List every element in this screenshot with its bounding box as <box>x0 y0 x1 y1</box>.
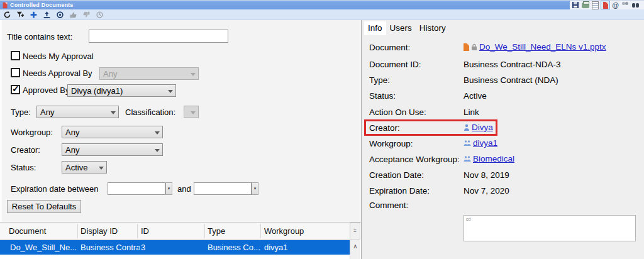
comment-textarea[interactable]: cd <box>464 215 636 241</box>
creator-label: Creator: <box>11 145 40 155</box>
import-icon[interactable] <box>42 10 52 19</box>
tab-users[interactable]: Users <box>386 21 416 35</box>
controlled-documents-icon[interactable] <box>601 1 609 9</box>
find-icon[interactable] <box>631 1 640 9</box>
red-document-icon <box>3 2 8 8</box>
needs-my-approval-checkbox[interactable] <box>11 51 20 60</box>
document-id-value: Business Contract-NDA-3 <box>464 60 561 69</box>
col-type[interactable]: Type <box>208 226 225 236</box>
workgroup-value: divya1 <box>464 138 497 148</box>
person-icon <box>464 124 470 131</box>
classification-select[interactable] <box>184 106 199 118</box>
date-to-dropdown-button[interactable]: ▾ <box>252 182 258 195</box>
title-bar: Controlled Documents <box>0 1 570 9</box>
col-workgroup[interactable]: Workgroup <box>264 226 304 236</box>
acceptance-workgroup-link[interactable]: Biomedical <box>473 154 514 163</box>
reset-to-defaults-button[interactable]: Reset To Defaults <box>7 200 81 213</box>
chevron-down-icon <box>99 167 104 170</box>
comment-label: Comment: <box>369 201 408 210</box>
type-label: Type: <box>11 107 31 117</box>
results-table: Document Display ID ID Type Workgroup ≡ … <box>0 222 361 259</box>
document-id-label: Document ID: <box>369 60 421 69</box>
date-from-dropdown-button[interactable]: ▾ <box>165 182 172 195</box>
workgroup-label: Workgroup: <box>11 128 53 137</box>
needs-approval-by-label: Needs Approval By <box>23 69 92 78</box>
classification-label: Classification: <box>125 107 175 117</box>
document-link[interactable]: Do_We_Still_Need_ELNs v1.pptx <box>479 42 606 52</box>
results-table-header: Document Display ID ID Type Workgroup <box>0 223 350 240</box>
creator-label: Creator: <box>369 123 400 133</box>
workgroup-label: Workgroup: <box>369 139 413 148</box>
creation-date-label: Creation Date: <box>369 170 424 180</box>
document-label: Document: <box>369 43 410 52</box>
needs-my-approval-label: Needs My Approval <box>23 52 94 61</box>
creator-link[interactable]: Divya <box>472 123 493 132</box>
chevron-down-icon <box>168 90 173 93</box>
chevron-down-icon <box>155 131 160 135</box>
controlled-documents-window: Controlled Documents @ <box>0 0 644 259</box>
creator-value: Divya <box>464 123 493 132</box>
chevron-down-icon <box>111 111 116 114</box>
table-row[interactable]: Do_We_Still_Ne... Business Contract... 3… <box>0 240 350 255</box>
add-icon[interactable] <box>29 10 38 19</box>
status-value: Active <box>464 91 487 101</box>
title-contains-input[interactable] <box>89 30 228 43</box>
status-label: Status: <box>11 163 36 172</box>
orange-document-icon <box>464 43 469 51</box>
creation-date-value: Nov 8, 2019 <box>464 170 509 180</box>
type-select[interactable]: Any <box>36 106 119 118</box>
clock-icon[interactable] <box>95 10 104 19</box>
toolbar <box>0 9 644 20</box>
approved-by-select[interactable]: Divya (divya1) <box>67 84 176 97</box>
and-label: and <box>177 184 191 194</box>
group-icon <box>464 140 471 147</box>
expiration-to-input[interactable] <box>194 182 252 195</box>
type-value: Business Contract (NDA) <box>464 75 558 85</box>
checkout-icon[interactable] <box>16 10 25 19</box>
expiration-from-input[interactable] <box>108 182 165 195</box>
type-label: Type: <box>369 75 390 85</box>
creator-select[interactable]: Any <box>62 143 163 156</box>
acceptance-workgroup-value: Biomedical <box>464 154 514 163</box>
status-select[interactable]: Active <box>62 161 107 174</box>
email-icon[interactable]: @ <box>611 1 619 9</box>
expiration-date-label: Expiration Date: <box>369 186 430 196</box>
needs-approval-by-select[interactable]: Any <box>99 67 199 80</box>
print-icon[interactable] <box>581 1 589 9</box>
expiration-between-label: Expiration date between <box>11 184 98 194</box>
list-icon[interactable] <box>591 1 599 9</box>
tab-history[interactable]: History <box>416 21 450 35</box>
acceptance-workgroup-label: Acceptance Workgroup: <box>369 155 460 164</box>
expiration-date-value: Nov 7, 2020 <box>464 186 509 196</box>
save-icon[interactable] <box>571 1 579 9</box>
chevron-down-icon <box>191 111 196 114</box>
document-value: Do_We_Still_Need_ELNs v1.pptx <box>464 42 606 52</box>
thumbs-down-icon[interactable] <box>82 10 91 19</box>
tab-info[interactable]: Info <box>364 21 386 35</box>
column-options-button[interactable]: ≡ <box>350 223 360 240</box>
col-id[interactable]: ID <box>141 226 149 236</box>
chevron-down-icon <box>155 149 160 152</box>
view-icon[interactable] <box>55 10 65 19</box>
details-tabs: Info Users History <box>362 21 450 35</box>
approved-by-checkbox[interactable] <box>11 85 20 94</box>
approved-by-label: Approved By <box>23 85 69 95</box>
workgroup-select[interactable]: Any <box>62 126 163 138</box>
details-panel: Info Users History Document: Do_We_Still… <box>361 20 644 259</box>
col-document[interactable]: Document <box>9 226 46 236</box>
col-display-id[interactable]: Display ID <box>80 226 118 236</box>
workgroup-link[interactable]: divya1 <box>473 138 497 148</box>
title-contains-label: Title contains text: <box>7 32 72 41</box>
group-icon <box>464 155 471 163</box>
users-icon[interactable] <box>621 1 630 9</box>
window-title: Controlled Documents <box>10 2 74 8</box>
refresh-icon[interactable] <box>3 10 12 19</box>
needs-approval-by-checkbox[interactable] <box>11 68 20 77</box>
thumbs-up-icon[interactable] <box>69 10 78 19</box>
chevron-down-icon <box>191 73 196 76</box>
table-scrollbar[interactable]: ∧ <box>350 240 360 259</box>
status-label: Status: <box>369 91 396 101</box>
scroll-up-icon[interactable]: ∧ <box>353 243 357 259</box>
action-on-use-value: Link <box>464 107 479 117</box>
titlebar-icon-strip: @ <box>570 1 644 9</box>
